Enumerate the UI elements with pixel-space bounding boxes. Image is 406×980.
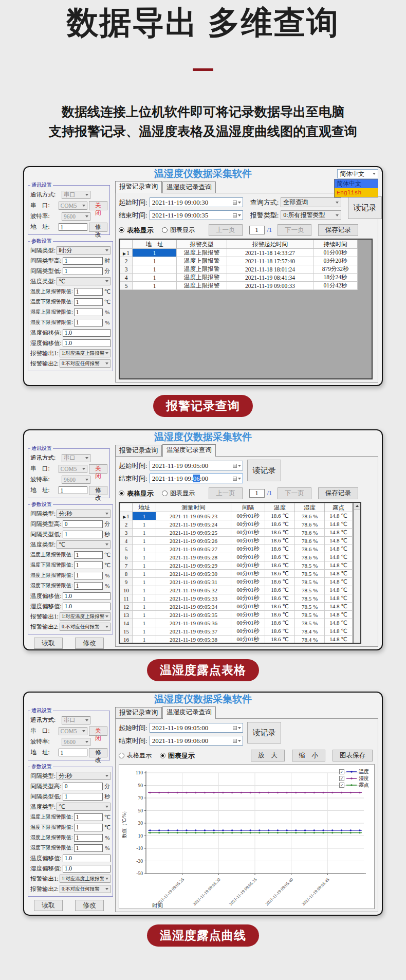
table-row[interactable]: 912021-11-19 09:05:3100分01秒18.6 ℃78.5 %1… bbox=[120, 578, 353, 586]
param-input-4[interactable]: 1 bbox=[74, 813, 103, 821]
close-port-button[interactable]: 关闭 bbox=[89, 727, 107, 736]
param-input-6[interactable]: 1 bbox=[74, 308, 103, 316]
tab-alarm-query[interactable]: 报警记录查询 bbox=[115, 445, 162, 456]
address-input[interactable]: 1 bbox=[59, 749, 87, 756]
table-row[interactable]: 512021-11-19 09:05:2700分01秒18.6 ℃78.6 %1… bbox=[120, 545, 353, 553]
read-records-button[interactable]: 读记录 bbox=[247, 722, 281, 743]
param-input-9[interactable]: 1.0 bbox=[63, 865, 111, 873]
table-row[interactable]: 812021-11-19 09:05:3000分01秒18.6 ℃78.5 %1… bbox=[120, 570, 353, 578]
modify-address-button[interactable]: 修改 bbox=[89, 486, 107, 495]
address-input[interactable]: 1 bbox=[59, 223, 87, 231]
param-input-9[interactable]: 1.0 bbox=[63, 339, 111, 347]
end-time-input[interactable]: 2021-11-19 09:06:00 bbox=[150, 474, 243, 483]
table-row[interactable]: 712021-11-19 09:05:2900分01秒18.6 ℃78.5 %1… bbox=[120, 561, 353, 570]
end-time-input[interactable]: 2021-11-19 09:06:00 bbox=[150, 736, 243, 746]
close-port-button[interactable]: 关闭 bbox=[89, 201, 107, 210]
legend-checkbox[interactable]: ✓ bbox=[339, 769, 344, 774]
chart-display-radio[interactable] bbox=[162, 227, 168, 233]
modify-address-button[interactable]: 修改 bbox=[89, 748, 107, 757]
write-params-button[interactable]: 修改 bbox=[75, 638, 104, 649]
param-input-7[interactable]: 1 bbox=[74, 844, 103, 852]
tab-record-query[interactable]: 温湿度记录查询 bbox=[162, 706, 216, 719]
param-input-5[interactable]: 1 bbox=[74, 298, 103, 306]
start-time-input[interactable]: 2021-11-19 09:00:30 bbox=[150, 197, 243, 207]
table-row[interactable]: 1512021-11-19 09:05:3700分01秒18.6 ℃78.4 %… bbox=[120, 627, 353, 636]
param-select-3[interactable]: ℃ bbox=[57, 277, 110, 285]
table-row[interactable]: 21温度上限报警2021-11-18 17:57:4003分20秒 bbox=[120, 257, 358, 265]
param-select-11[interactable]: 0:不对应任何报警 bbox=[60, 359, 110, 368]
zoom-in-button[interactable]: 放 大 bbox=[251, 750, 285, 761]
start-time-input[interactable]: 2021-11-19 09:05:00 bbox=[150, 723, 243, 733]
read-params-button[interactable]: 读取 bbox=[34, 638, 63, 649]
param-select-0[interactable]: 分:秒 bbox=[57, 772, 110, 780]
param-input-5[interactable]: 1 bbox=[74, 561, 103, 569]
param-input-8[interactable]: 1.0 bbox=[63, 592, 111, 600]
param-input-1[interactable]: 1 bbox=[63, 257, 103, 265]
param-input-2[interactable]: 1 bbox=[63, 267, 103, 275]
comm-select-2[interactable]: 9600 bbox=[62, 476, 90, 484]
save-records-button[interactable]: 保存记录 bbox=[318, 487, 358, 499]
table-row[interactable]: 212021-11-19 09:05:2400分01秒18.6 ℃78.6 %1… bbox=[120, 520, 353, 529]
read-records-button[interactable]: 读记录 bbox=[247, 460, 281, 481]
prev-page-button[interactable]: 上一页 bbox=[209, 487, 243, 499]
next-page-button[interactable]: 下一页 bbox=[278, 224, 311, 236]
zoom-out-button[interactable]: 缩 小 bbox=[292, 750, 326, 761]
table-row[interactable]: 412021-11-19 09:05:2600分01秒18.6 ℃78.6 %1… bbox=[120, 537, 353, 545]
comm-select-1[interactable]: COM5 bbox=[59, 465, 87, 473]
table-row[interactable]: 1312021-11-19 09:05:3500分01秒18.6 ℃78.5 %… bbox=[120, 611, 353, 619]
table-row[interactable]: ▶11温度上限报警2021-11-18 14:33:2701分00秒 bbox=[120, 249, 358, 257]
param-input-2[interactable]: 1 bbox=[63, 531, 103, 538]
param-input-6[interactable]: 1 bbox=[74, 834, 103, 842]
table-row[interactable]: 1412021-11-19 09:05:3600分01秒18.6 ℃78.5 %… bbox=[120, 619, 353, 627]
param-input-5[interactable]: 1 bbox=[74, 824, 103, 831]
write-params-button[interactable]: 修改 bbox=[75, 900, 104, 911]
legend-checkbox[interactable]: ✓ bbox=[339, 783, 344, 788]
param-input-7[interactable]: 1 bbox=[74, 319, 103, 326]
table-display-radio[interactable] bbox=[119, 753, 124, 758]
address-input[interactable]: 1 bbox=[59, 486, 87, 494]
comm-select-0[interactable]: 串口 bbox=[62, 716, 90, 724]
page-number-input[interactable]: 1 bbox=[249, 226, 265, 234]
scroll-up-button[interactable] bbox=[354, 503, 360, 510]
tab-alarm-query[interactable]: 报警记录查询 bbox=[115, 707, 162, 718]
chart-display-radio[interactable] bbox=[162, 491, 168, 496]
start-time-input[interactable]: 2021-11-19 09:05:00 bbox=[150, 461, 243, 470]
comm-select-2[interactable]: 9600 bbox=[62, 212, 90, 221]
close-port-button[interactable]: 关闭 bbox=[89, 464, 107, 474]
language-option-chinese[interactable]: 简体中文 bbox=[335, 179, 378, 188]
next-page-button[interactable]: 下一页 bbox=[278, 487, 311, 499]
table-row[interactable]: 612021-11-19 09:05:2800分01秒18.6 ℃78.6 %1… bbox=[120, 553, 353, 561]
table-row[interactable]: 312021-11-19 09:05:2500分01秒18.6 ℃78.6 %1… bbox=[120, 529, 353, 537]
param-select-3[interactable]: ℃ bbox=[57, 540, 110, 549]
param-input-8[interactable]: 1.0 bbox=[63, 329, 111, 337]
param-select-11[interactable]: 0:不对应任何报警 bbox=[60, 623, 110, 631]
table-display-radio[interactable] bbox=[119, 227, 124, 233]
param-select-0[interactable]: 时:分 bbox=[57, 246, 110, 255]
tab-alarm-query[interactable]: 报警记录查询 bbox=[115, 181, 162, 193]
table-row[interactable]: 1112021-11-19 09:05:3300分01秒18.6 ℃78.5 %… bbox=[120, 594, 353, 603]
page-number-input[interactable]: 1 bbox=[249, 489, 265, 498]
language-option-english[interactable]: English bbox=[335, 188, 378, 197]
modify-address-button[interactable]: 修改 bbox=[89, 223, 107, 232]
tab-record-query[interactable]: 温湿度记录查询 bbox=[162, 444, 216, 457]
param-input-7[interactable]: 1 bbox=[74, 582, 103, 590]
param-input-2[interactable]: 1 bbox=[63, 793, 103, 801]
end-time-input[interactable]: 2021-11-19 09:00:35 bbox=[150, 210, 243, 220]
tab-record-query[interactable]: 温湿度记录查询 bbox=[162, 182, 216, 193]
param-input-6[interactable]: 1 bbox=[74, 572, 103, 579]
param-input-9[interactable]: 1.0 bbox=[63, 603, 111, 610]
comm-select-1[interactable]: COM5 bbox=[59, 202, 87, 210]
table-display-radio[interactable] bbox=[119, 491, 124, 496]
param-input-8[interactable]: 1.0 bbox=[63, 855, 111, 862]
read-records-button[interactable]: 读记录 bbox=[348, 196, 382, 219]
param-select-10[interactable]: 1:对应温度上限报警 bbox=[60, 875, 110, 883]
chart-display-radio[interactable] bbox=[160, 753, 165, 758]
table-row[interactable]: ▶112021-11-19 09:05:2300分01秒18.6 ℃78.6 %… bbox=[120, 512, 353, 520]
vertical-scrollbar[interactable] bbox=[354, 503, 360, 643]
comm-select-0[interactable]: 串口 bbox=[62, 191, 90, 199]
param-select-0[interactable]: 分:秒 bbox=[57, 510, 110, 518]
language-select[interactable]: 简体中文 bbox=[337, 169, 378, 178]
param-input-1[interactable]: 0 bbox=[63, 520, 103, 528]
comm-select-1[interactable]: COM5 bbox=[59, 727, 87, 735]
table-row[interactable]: 1612021-11-19 09:05:3800分01秒18.6 ℃78.4 %… bbox=[120, 636, 353, 644]
